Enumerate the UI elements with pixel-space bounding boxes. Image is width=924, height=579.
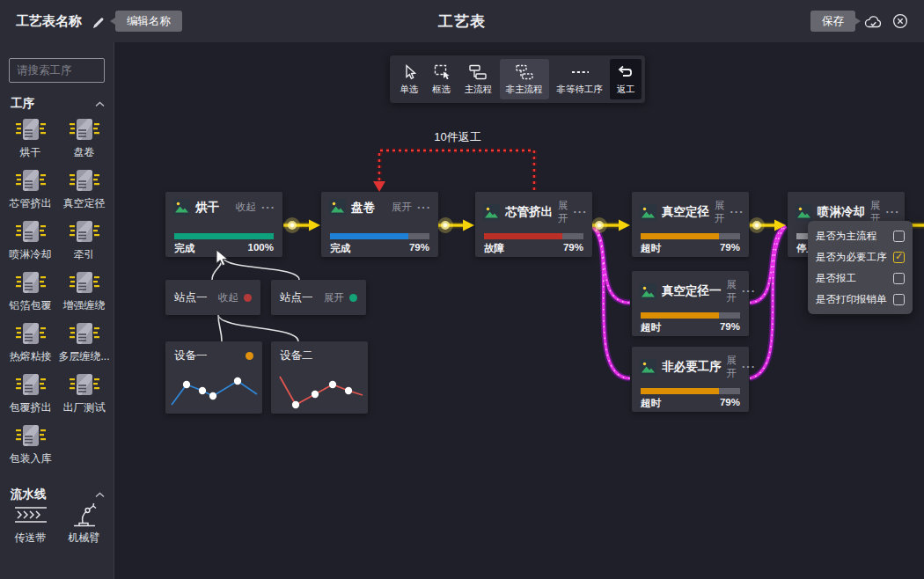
process-node-xinguanjichu[interactable]: 芯管挤出 展开 ··· 故障79% (475, 192, 592, 257)
sidebar-process-item[interactable]: 增强缠绕 (57, 269, 111, 320)
edit-pencil-icon[interactable] (89, 11, 108, 31)
close-icon[interactable] (891, 11, 910, 31)
process-item-grid: 烘干 (4, 116, 111, 473)
tool-non-main-flow[interactable]: 非主流程 (500, 59, 550, 99)
process-node-feibiyaogongxu[interactable]: 非必要工序 展开 ··· 超时79% (632, 347, 749, 412)
node-title: 盘卷 (351, 200, 386, 216)
expand-toggle[interactable]: 展开 (558, 199, 568, 225)
sidebar-process-item[interactable]: 芯管挤出 (4, 167, 57, 218)
checkbox-icon[interactable] (893, 273, 905, 284)
status-label: 完成 (174, 242, 194, 255)
process-node-panjuan[interactable]: 盘卷 展开 ··· 完成79% (321, 192, 438, 257)
search-input[interactable] (9, 58, 105, 83)
sidebar-item-label: 铝箔包覆 (10, 298, 52, 313)
sidebar-process-item[interactable]: 包装入库 (4, 422, 57, 473)
machine-icon (70, 116, 99, 143)
device-title: 设备二 (280, 348, 313, 363)
station-node-2[interactable]: 站点一 展开 (271, 280, 366, 315)
machine-icon (16, 422, 46, 449)
device-node-2[interactable]: 设备二 (271, 341, 368, 414)
progress-track (641, 233, 740, 239)
process-node-zhenkongdingjing[interactable]: 真空定径 展开 ··· 超时79% (632, 192, 749, 257)
checkbox-icon[interactable] (893, 231, 905, 242)
status-dot (244, 294, 252, 302)
sidebar-process-item[interactable]: 烘干 (4, 116, 57, 167)
status-label: 故障 (484, 242, 504, 255)
process-node-hongan[interactable]: 烘干 收起 ··· 完成100% (165, 192, 282, 257)
collapse-toggle[interactable]: 收起 (236, 201, 256, 214)
sidebar-process-item[interactable]: 铝箔包覆 (4, 269, 57, 320)
sidebar-item-robot-arm[interactable]: 机械臂 (57, 502, 111, 553)
machine-icon (70, 218, 99, 245)
tool-rework[interactable]: 返工 (610, 59, 642, 99)
sidebar-process-item[interactable]: 喷淋冷却 (4, 218, 57, 269)
sidebar-item-label: 传送带 (15, 531, 47, 546)
node-title: 芯管挤出 (505, 204, 553, 220)
sidebar-item-label: 喷淋冷却 (10, 247, 52, 262)
device-sparkline (273, 370, 366, 410)
edit-name-button[interactable]: 编辑名称 (115, 11, 182, 32)
chevron-up-icon[interactable] (95, 492, 105, 498)
checkbox-icon[interactable] (893, 294, 905, 305)
tool-single-select[interactable]: 单选 (393, 59, 425, 99)
progress-fill (641, 233, 719, 239)
sidebar-item-conveyor[interactable]: 传送带 (4, 502, 57, 553)
status-percent: 79% (720, 397, 740, 410)
machine-icon (16, 218, 46, 245)
more-menu-icon[interactable]: ··· (886, 208, 900, 216)
more-menu-icon[interactable]: ··· (574, 208, 588, 216)
section-label: 工序 (11, 96, 34, 112)
chevron-up-icon[interactable] (95, 101, 105, 107)
context-menu-item[interactable]: 是否为必要工序 (816, 246, 905, 268)
sidebar-process-item[interactable]: 热熔粘接 (4, 320, 57, 371)
expand-toggle[interactable]: 展开 (324, 291, 344, 304)
more-menu-icon[interactable]: ··· (742, 363, 756, 371)
save-button[interactable]: 保存 (810, 11, 855, 32)
sidebar-item-label: 芯管挤出 (10, 196, 52, 211)
status-percent: 100% (248, 242, 274, 255)
more-menu-icon[interactable]: ··· (417, 203, 431, 212)
image-icon (796, 204, 812, 221)
station-node-1[interactable]: 站点一 收起 (165, 280, 260, 315)
machine-icon (16, 167, 46, 194)
context-menu: 是否为主流程 是否为必要工序 是否报工 是否打印报销单 (808, 221, 913, 314)
progress-track (330, 233, 429, 239)
sidebar-process-item[interactable]: 真空定径 (57, 167, 111, 218)
rework-count-label: 10件返工 (421, 129, 495, 145)
section-header-process[interactable]: 工序 (11, 96, 105, 112)
tool-main-flow[interactable]: 主流程 (458, 59, 498, 99)
expand-toggle[interactable]: 展开 (727, 278, 737, 304)
sidebar-process-item[interactable]: 多层缠绕... (57, 320, 111, 371)
sidebar-item-label: 增强缠绕 (63, 298, 106, 313)
tool-box-select[interactable]: 框选 (426, 59, 458, 99)
machine-icon (16, 116, 46, 143)
checkbox-icon[interactable] (893, 252, 905, 263)
context-menu-item[interactable]: 是否打印报销单 (816, 289, 905, 310)
expand-toggle[interactable]: 展开 (715, 199, 725, 225)
more-menu-icon[interactable]: ··· (261, 203, 275, 212)
collapse-toggle[interactable]: 收起 (218, 291, 238, 304)
expand-toggle[interactable]: 展开 (727, 354, 737, 380)
device-node-1[interactable]: 设备一 (165, 341, 262, 414)
sidebar-process-item[interactable]: 盘卷 (57, 116, 111, 167)
machine-icon (70, 167, 99, 194)
progress-track (174, 233, 274, 239)
expand-toggle[interactable]: 展开 (392, 201, 412, 214)
node-title: 真空定径 (662, 204, 709, 220)
sidebar-process-item[interactable]: 包覆挤出 (4, 371, 57, 422)
sidebar-item-label: 包装入库 (10, 451, 52, 466)
sidebar-process-item[interactable]: 牵引 (57, 218, 111, 269)
context-menu-item[interactable]: 是否为主流程 (816, 225, 905, 246)
more-menu-icon[interactable]: ··· (742, 287, 756, 296)
robot-arm-icon (71, 502, 98, 528)
machine-icon (70, 320, 99, 347)
cloud-save-icon[interactable] (863, 11, 883, 31)
section-label: 流水线 (11, 487, 47, 502)
status-dot (246, 352, 253, 360)
context-menu-item[interactable]: 是否报工 (816, 268, 905, 289)
section-header-pipeline[interactable]: 流水线 (11, 487, 105, 502)
process-node-zhenkongdingjing-1[interactable]: 真空定径一 展开 ··· 超时79% (632, 271, 749, 336)
sidebar-process-item[interactable]: 出厂测试 (57, 371, 111, 422)
more-menu-icon[interactable]: ··· (730, 208, 744, 216)
tool-non-wait[interactable]: 非等待工序 (550, 59, 609, 99)
